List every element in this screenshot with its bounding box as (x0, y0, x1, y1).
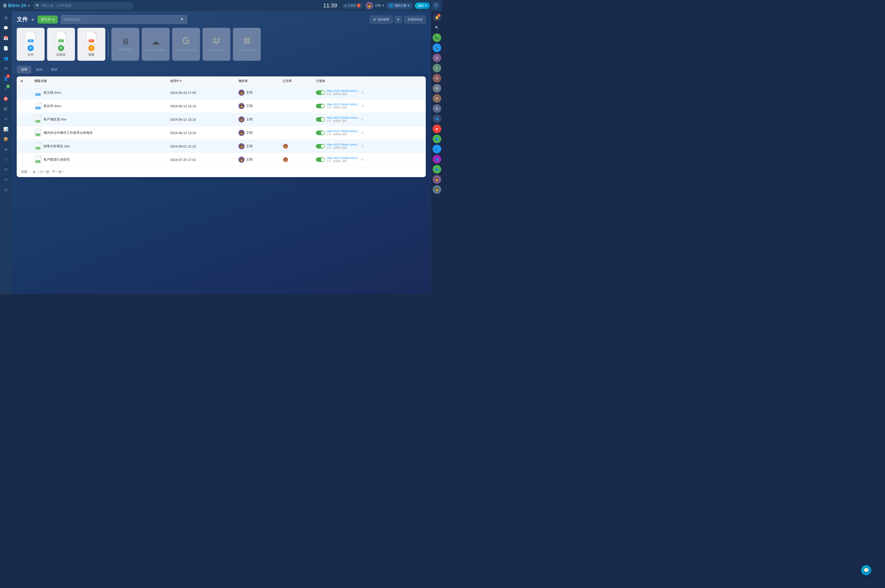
col-settings[interactable]: ⚙ (17, 76, 31, 86)
right-avatar4[interactable]: 項 (433, 84, 441, 93)
sidebar-item-contacts[interactable]: 👥 (1, 54, 11, 63)
publish-toggle[interactable] (316, 130, 325, 135)
sidebar-item-code[interactable]: { } (1, 155, 11, 164)
new-file-button[interactable]: 新文件 ▾ (38, 15, 58, 24)
sidebar-item-edit[interactable]: ✏ (1, 114, 11, 123)
sidebar-item-users[interactable]: 👤 3 (1, 74, 11, 83)
row-filename[interactable]: DOC 新合同.docx (31, 99, 167, 113)
new-spreadsheet-card[interactable]: XLS + 試算表 (47, 28, 75, 61)
sidebar-item-apps[interactable]: ⊙ (1, 185, 11, 194)
sidebar-item-ps[interactable]: PS (1, 165, 11, 174)
row-published[interactable]: https://b24-1tbwkh.bitrix2... 永久, 無密碼, 讀… (313, 153, 426, 166)
from-office365-card[interactable]: 從 Office 365 (233, 28, 261, 61)
new-document-card[interactable]: DOC + 文件 (17, 28, 45, 61)
right-group-icon[interactable]: 👥 (433, 114, 441, 123)
new-presentation-card[interactable]: PPT + 簡報 (77, 28, 105, 61)
work-status[interactable]: ● 工作中 1 (342, 3, 363, 8)
help-button[interactable]: ? (433, 2, 439, 9)
row-filename[interactable]: XLS 銷售分析報告.xlsx (31, 140, 167, 153)
menu-icon[interactable]: ☰ (3, 3, 7, 8)
row-filename[interactable]: XLS 國內外合作夥伴工作效率分析報告 (31, 126, 167, 140)
row-drag[interactable]: ⋮⋮ (17, 153, 31, 166)
tab-grid[interactable]: 格線 (32, 66, 47, 74)
right-group2-icon[interactable]: 👥 (433, 135, 441, 143)
row-filename[interactable]: DOC 新文檔.docx (31, 86, 167, 99)
row-drag[interactable]: ⋮⋮ (17, 99, 31, 113)
copy-link-icon[interactable]: ⧉ (362, 91, 364, 94)
copy-link-icon[interactable]: ⧉ (362, 104, 364, 108)
right-avatar6[interactable]: 項 (433, 104, 441, 113)
sidebar-item-calendar[interactable]: 📅 (1, 33, 11, 42)
publish-toggle[interactable] (316, 117, 325, 122)
col-used-in[interactable]: 使用中 ▾ (167, 76, 235, 86)
search-input[interactable] (41, 4, 131, 8)
row-drag[interactable]: ⋮⋮ (17, 140, 31, 153)
refresh-icon[interactable]: ⇄ (28, 4, 30, 8)
favorite-icon[interactable]: ★ (31, 17, 35, 22)
copy-link-icon[interactable]: ⧉ (362, 144, 364, 148)
sidebar-item-tasks[interactable]: ✓ 1 (1, 84, 11, 93)
user-profile[interactable]: 👩 王明 ▾ (365, 2, 384, 9)
right-group4-icon[interactable]: 👥 (433, 155, 441, 164)
row-published[interactable]: https://b24-1tbwkh.bitrix2... 永久, 無密碼, 讀… (313, 86, 426, 99)
trash-button[interactable]: 資源回收箱 (404, 16, 426, 24)
col-published[interactable]: 已發佈 (313, 76, 426, 86)
from-google-docs-card[interactable]: 從 Google Docs (172, 28, 200, 61)
right-group5-icon[interactable]: 👥 (433, 165, 441, 174)
tab-list[interactable]: 清單 (17, 66, 32, 74)
copy-link-icon[interactable]: ⧉ (362, 158, 364, 161)
right-avatar3[interactable]: 項 (433, 74, 441, 82)
app-logo[interactable]: ☰ Bitrix 24 ⇄ (3, 3, 30, 8)
sidebar-item-chat[interactable]: 💬 (1, 23, 11, 32)
right-avatar2[interactable]: 工 (433, 64, 441, 72)
sidebar-item-analytics[interactable]: 📊 (1, 124, 11, 134)
sidebar-item-goals[interactable]: 🎯 (1, 94, 11, 103)
file-settings-button[interactable]: ⚙ (395, 16, 402, 23)
col-owner[interactable]: 擁有者 (235, 76, 279, 86)
file-search[interactable]: 🔍 (61, 15, 187, 24)
row-filename[interactable]: XLS 客戶購買行為研究 (31, 153, 167, 166)
right-search-icon[interactable]: 🔍 (433, 23, 441, 32)
sidebar-item-ts[interactable]: TS (1, 175, 11, 184)
sidebar-item-dashboard[interactable]: ⊞ (1, 13, 11, 22)
row-published[interactable]: https://b24-1tbwkh.bitrix2... 永久, 無密碼, 讀… (313, 113, 426, 126)
right-video-icon[interactable]: ▶ (433, 124, 441, 133)
right-phone-icon[interactable]: 📞 (433, 33, 441, 42)
publish-toggle[interactable] (316, 158, 325, 162)
invite-button[interactable]: 邀請 ▾ (415, 3, 430, 9)
col-shared[interactable]: 已共享 (279, 76, 313, 86)
publish-toggle[interactable] (316, 104, 325, 108)
copy-link-icon[interactable]: ⧉ (362, 118, 364, 121)
col-filename[interactable]: 檔案名稱 (31, 76, 167, 86)
sidebar-item-storage[interactable]: 📦 (1, 135, 11, 144)
publish-toggle[interactable] (316, 90, 325, 95)
right-avatar1[interactable]: 項 (433, 54, 441, 62)
global-search[interactable]: 🔍 (33, 2, 134, 9)
row-drag[interactable]: ⋮⋮ (17, 113, 31, 126)
row-published[interactable]: https://b24-1tbwkh.bitrix2... 永久, 無密碼, 讀… (313, 140, 426, 153)
row-filename[interactable]: XLS 客戶滿意度.xlsx (31, 113, 167, 126)
my-drive-button[interactable]: 🖥 我的硬碟 (370, 16, 393, 24)
right-user-avatar[interactable]: 👩 (433, 175, 441, 184)
right-group3-icon[interactable]: 👥 (433, 145, 441, 153)
row-published[interactable]: https://b24-1tbwkh.bitrix2... 永久, 無密碼, 讀… (313, 99, 426, 113)
tab-chart[interactable]: 圖表 (47, 66, 62, 74)
my-plan-button[interactable]: 🌐 我的方案 ▾ (386, 3, 412, 9)
right-phone2-icon[interactable]: 📞 (433, 44, 441, 52)
publish-toggle[interactable] (316, 144, 325, 148)
row-published[interactable]: https://b24-1tbwkh.bitrix2... 永久, 無密碼, 讀… (313, 126, 426, 140)
prev-page-button[interactable]: ‹ 上一步 (38, 170, 49, 174)
from-computer-card[interactable]: 🖥 從我的電腦 (111, 28, 139, 61)
from-dropbox-card[interactable]: 從 Dropbox (203, 28, 230, 61)
copy-link-icon[interactable]: ⧉ (362, 131, 364, 135)
row-drag[interactable]: ⋮⋮ (17, 86, 31, 99)
sidebar-item-mail[interactable]: ✉ (1, 64, 11, 73)
from-bitrix-drive-card[interactable]: ☁ 從 Bitrix24.Drive (142, 28, 170, 61)
next-page-button[interactable]: 下一步 › (52, 170, 63, 174)
file-search-input[interactable] (63, 18, 180, 21)
right-user-avatar2[interactable]: 👩 (433, 185, 441, 194)
notification-icon[interactable]: 🔔 8 (433, 13, 441, 22)
right-avatar5[interactable]: 項 (433, 94, 441, 103)
sidebar-item-automation[interactable]: ≋ (1, 145, 11, 154)
sidebar-item-documents[interactable]: 📄 (1, 44, 11, 52)
